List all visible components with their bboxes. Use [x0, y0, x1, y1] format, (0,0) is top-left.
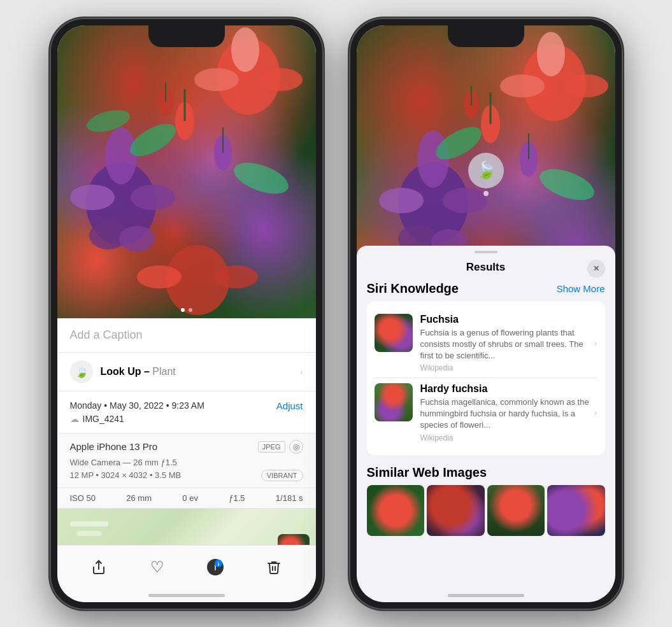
- photo-dots: [181, 308, 192, 312]
- dot-2: [189, 308, 192, 312]
- phone-2-screen: 🍃 Results ✕ Siri Knowledge Show More: [357, 25, 615, 602]
- similar-title: Similar Web Images: [367, 465, 605, 480]
- svg-point-17: [137, 265, 182, 288]
- svg-point-30: [443, 188, 487, 213]
- p2-vol-down-button[interactable]: [349, 173, 350, 205]
- svg-point-18: [213, 265, 258, 288]
- file-specs: 12 MP • 3024 × 4032 • 3.5 MB: [70, 470, 182, 480]
- fuchsia-thumb: [375, 314, 413, 352]
- sheet-header: Results ✕: [357, 256, 615, 281]
- caption-input[interactable]: Add a Caption: [57, 318, 316, 353]
- similar-image-1[interactable]: [367, 485, 425, 536]
- fuchsia-source: Wikipedia: [420, 363, 597, 372]
- similar-image-3[interactable]: [487, 485, 545, 536]
- format-badge: JPEG: [258, 441, 285, 453]
- exif-aperture: ƒ1.5: [229, 493, 245, 503]
- svg-point-2: [70, 185, 115, 210]
- meta-filename: IMG_4241: [83, 414, 124, 424]
- cloud-icon: ☁: [70, 414, 79, 424]
- similar-image-2[interactable]: [427, 485, 485, 536]
- p2-vol-up-button[interactable]: [349, 132, 350, 164]
- device-section: Apple iPhone 13 Pro JPEG ◎ Wide Camera —…: [57, 433, 316, 488]
- hardy-thumb: [375, 383, 413, 421]
- vibrant-badge: VIBRANT: [261, 470, 303, 481]
- svg-point-3: [131, 185, 175, 210]
- notch: [148, 25, 225, 47]
- dot-1: [181, 308, 185, 312]
- siri-visual-search-badge[interactable]: 🍃: [468, 153, 504, 188]
- lookup-text: Look Up – Plant: [101, 366, 176, 377]
- exif-row: ISO 50 26 mm 0 ev ƒ1.5 1/181 s: [57, 488, 316, 509]
- power-button[interactable]: [323, 145, 324, 196]
- phone-2: 🍃 Results ✕ Siri Knowledge Show More: [349, 18, 623, 610]
- fuchsia-chevron-icon: ›: [594, 338, 597, 348]
- knowledge-item-fuchsia[interactable]: Fuchsia Fuchsia is a genus of flowering …: [375, 309, 597, 378]
- knowledge-card: Fuchsia Fuchsia is a genus of flowering …: [367, 301, 605, 455]
- svg-point-35: [564, 74, 608, 97]
- svg-point-47: [535, 162, 597, 206]
- exif-shutter: 1/181 s: [276, 493, 303, 503]
- similar-image-4[interactable]: [547, 485, 605, 536]
- siri-knowledge-header: Siri Knowledge Show More: [367, 281, 605, 296]
- sheet-handle[interactable]: [475, 251, 497, 253]
- svg-point-36: [537, 32, 565, 76]
- meta-date-row: Monday • May 30, 2022 • 9:23 AM Adjust: [70, 400, 303, 411]
- svg-point-7: [194, 68, 239, 91]
- similar-section: Similar Web Images: [367, 465, 605, 536]
- fuchsia-name: Fuchsia: [420, 314, 597, 325]
- hardy-name: Hardy fuchsia: [420, 383, 597, 395]
- lookup-chevron-icon: ›: [300, 367, 303, 377]
- vol-down-button[interactable]: [50, 173, 50, 205]
- svg-point-8: [258, 68, 303, 91]
- p2-power-button[interactable]: [622, 145, 623, 196]
- hardy-source: Wikipedia: [420, 433, 597, 442]
- flower-photo: [57, 25, 316, 318]
- exif-ev: 0 ev: [182, 493, 198, 503]
- svg-point-5: [119, 226, 155, 251]
- phone-1-screen: Add a Caption 🍃 Look Up – Plant › Monday…: [57, 25, 316, 602]
- meta-section: Monday • May 30, 2022 • 9:23 AM Adjust ☁…: [57, 391, 316, 433]
- hardy-chevron-icon: ›: [594, 407, 597, 418]
- device-row: Apple iPhone 13 Pro JPEG ◎: [70, 440, 303, 454]
- home-indicator: [148, 594, 225, 597]
- show-more-button[interactable]: Show More: [557, 283, 605, 294]
- svg-point-34: [500, 74, 545, 97]
- adjust-button[interactable]: Adjust: [276, 400, 303, 411]
- location-icon: ◎: [289, 440, 303, 454]
- lookup-row[interactable]: 🍃 Look Up – Plant ›: [57, 353, 316, 391]
- file-specs-row: 12 MP • 3024 × 4032 • 3.5 MB VIBRANT: [70, 470, 303, 481]
- similar-images: [367, 485, 605, 536]
- sheet-content: Siri Knowledge Show More Fuchsia Fuchsia…: [357, 281, 615, 536]
- sheet-title: Results: [466, 261, 505, 274]
- results-sheet: Results ✕ Siri Knowledge Show More: [357, 246, 615, 602]
- hardy-info: Hardy fuchsia Fuchsia magellanica, commo…: [420, 383, 597, 442]
- svg-text:i: i: [218, 561, 220, 567]
- meta-date: Monday • May 30, 2022 • 9:23 AM: [70, 400, 204, 411]
- phones-container: Add a Caption 🍃 Look Up – Plant › Monday…: [50, 18, 623, 610]
- exif-iso: ISO 50: [70, 493, 96, 503]
- close-button[interactable]: ✕: [587, 260, 605, 278]
- fuchsia-info: Fuchsia Fuchsia is a genus of flowering …: [420, 314, 597, 373]
- details-area: Add a Caption 🍃 Look Up – Plant › Monday…: [57, 318, 316, 572]
- exif-focal: 26 mm: [126, 493, 152, 503]
- device-name: Apple iPhone 13 Pro: [70, 441, 158, 452]
- svg-point-29: [379, 188, 424, 213]
- vol-up-button[interactable]: [50, 132, 50, 164]
- device-badges: JPEG ◎: [258, 440, 303, 454]
- share-button[interactable]: [86, 554, 111, 580]
- photo-area[interactable]: [57, 25, 316, 318]
- siri-dot: [483, 191, 489, 196]
- info-button[interactable]: i i: [203, 554, 228, 580]
- hardy-desc: Fuchsia magellanica, commonly known as t…: [420, 397, 597, 432]
- svg-point-20: [229, 156, 292, 199]
- camera-specs: Wide Camera — 26 mm ƒ1.5: [70, 458, 303, 467]
- p2-notch: [448, 25, 524, 47]
- siri-knowledge-title: Siri Knowledge: [367, 281, 459, 296]
- delete-button[interactable]: [261, 554, 287, 580]
- svg-point-1: [105, 127, 137, 185]
- svg-point-9: [231, 27, 259, 72]
- fuchsia-desc: Fuchsia is a genus of flowering plants t…: [420, 327, 597, 362]
- lookup-icon: 🍃: [70, 360, 93, 383]
- knowledge-item-hardy[interactable]: Hardy fuchsia Fuchsia magellanica, commo…: [375, 377, 597, 447]
- favorite-button[interactable]: ♡: [145, 554, 170, 580]
